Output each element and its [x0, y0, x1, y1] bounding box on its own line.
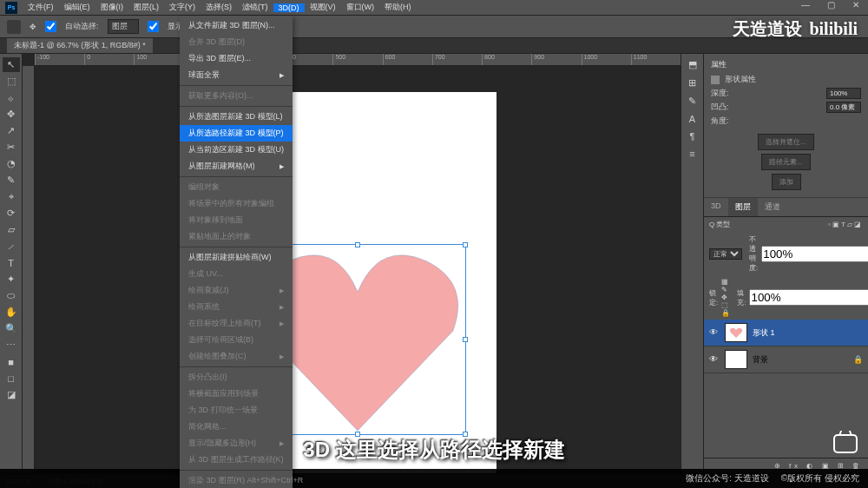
menu-item[interactable]: 导出 3D 图层(E)...	[180, 50, 293, 67]
tool-18[interactable]: ■	[3, 354, 20, 369]
auto-select-checkbox[interactable]	[45, 21, 56, 32]
tool-20[interactable]: ◪	[3, 387, 20, 402]
panel-icon-2[interactable]: ✎	[688, 96, 696, 107]
menu-help[interactable]: 帮助(H)	[379, 2, 417, 13]
add-button[interactable]: 添加	[772, 174, 801, 190]
tool-5[interactable]: ✂	[3, 140, 20, 155]
menu-item[interactable]: 球面全景	[180, 67, 293, 83]
properties-title: 属性	[711, 59, 861, 70]
tool-9[interactable]: ⟳	[3, 206, 20, 221]
tool-10[interactable]: ▱	[3, 222, 20, 237]
3d-menu-dropdown: 从文件新建 3D 图层(N)...合并 3D 图层(D)导出 3D 图层(E).…	[180, 16, 293, 488]
tool-0[interactable]: ↖	[3, 57, 20, 72]
angle-label: 角度:	[711, 115, 729, 127]
tool-8[interactable]: ⌖	[3, 189, 20, 204]
menu-item: 绘画系统	[180, 299, 293, 315]
tab-layers[interactable]: 图层	[728, 198, 758, 216]
layer-name: 背景	[753, 354, 768, 366]
menu-window[interactable]: 窗口(W)	[341, 2, 380, 13]
tool-1[interactable]: ⬚	[3, 74, 20, 89]
menu-image[interactable]: 图像(I)	[95, 2, 129, 13]
tool-19[interactable]: □	[3, 371, 20, 386]
inset-input[interactable]	[826, 102, 861, 113]
panel-icon-0[interactable]: ⬒	[688, 59, 697, 70]
menu-item: 合并 3D 图层(D)	[180, 34, 293, 50]
menu-item[interactable]: 从所选图层新建 3D 模型(L)	[180, 109, 293, 125]
panel-icon-4[interactable]: ¶	[690, 131, 695, 142]
tool-14[interactable]: ⬭	[3, 288, 20, 303]
opacity-input[interactable]	[761, 246, 868, 262]
ruler-tick: 1100	[631, 54, 681, 65]
ruler-tick: -100	[35, 54, 84, 65]
select-mask-button[interactable]: 选择并遮住...	[758, 134, 814, 150]
menu-item[interactable]: 从所选路径新建 3D 模型(P)	[180, 125, 293, 142]
tab-channels[interactable]: 通道	[758, 198, 787, 216]
menu-edit[interactable]: 编辑(E)	[59, 2, 95, 13]
depth-input[interactable]	[826, 88, 861, 99]
menu-3d[interactable]: 3D(D)	[273, 3, 305, 12]
home-icon[interactable]	[7, 20, 21, 34]
menu-item: 将场景中的所有对象编组	[180, 195, 293, 212]
tool-4[interactable]: ↗	[3, 123, 20, 138]
fill-input[interactable]	[749, 289, 868, 306]
move-tool-icon: ✥	[30, 23, 36, 31]
menu-item: 显示/隐藏多边形(H)	[180, 435, 293, 452]
layer-shape-1[interactable]: 👁 形状 1	[704, 320, 868, 346]
menu-item[interactable]: 从图层新建拼贴绘画(W)	[180, 249, 293, 266]
tool-13[interactable]: ✦	[3, 272, 20, 287]
minimize-icon[interactable]: —	[796, 0, 815, 10]
document-tab[interactable]: 未标题-1 @ 66.7% (形状 1, RGB/8#) *	[7, 38, 153, 53]
filter-icons[interactable]: ▫▣T▱◪	[828, 221, 863, 228]
menu-item: 创建绘图叠加(C)	[180, 348, 293, 365]
lock-icons[interactable]: ▦ ✎ ✥ ⬚ 🔒	[721, 278, 730, 317]
visibility-icon[interactable]: 👁	[709, 327, 720, 338]
tool-7[interactable]: ✎	[3, 173, 20, 188]
wechat-credit: 微信公众号: 天造道设	[686, 472, 769, 485]
menu-item: 绘画衰减(J)	[180, 282, 293, 299]
menu-view[interactable]: 视图(V)	[305, 2, 341, 13]
tool-15[interactable]: ✋	[3, 305, 20, 320]
layer-thumbnail	[725, 350, 747, 369]
tool-12[interactable]: T	[3, 255, 20, 270]
path-element-button[interactable]: 路径元素...	[761, 154, 811, 170]
tool-17[interactable]: ⋯	[3, 338, 20, 353]
menu-item: 拆分凸出(I)	[180, 369, 293, 386]
menu-select[interactable]: 选择(S)	[201, 2, 237, 13]
panel-icon-3[interactable]: A	[689, 114, 695, 124]
tool-11[interactable]: ⟋	[3, 239, 20, 254]
menu-item[interactable]: 从文件新建 3D 图层(N)...	[180, 17, 293, 34]
menu-layer[interactable]: 图层(L)	[128, 2, 164, 13]
ruler-tick: 600	[383, 54, 432, 65]
menu-item: 选择可绘画区域(B)	[180, 332, 293, 348]
bilibili-pip-icon[interactable]	[833, 434, 858, 453]
panel-icon-5[interactable]: ≡	[689, 148, 694, 159]
blend-mode-select[interactable]: 正常	[709, 248, 742, 260]
layer-background[interactable]: 👁 背景 🔒	[704, 346, 868, 373]
maximize-icon[interactable]: ▢	[822, 0, 840, 10]
panel-icon-1[interactable]: ⊞	[688, 77, 696, 89]
tool-2[interactable]: ⟐	[3, 90, 20, 105]
depth-label: 深度:	[711, 88, 729, 99]
menu-item: 将对象移到地面	[180, 212, 293, 228]
menu-file[interactable]: 文件(F)	[23, 2, 59, 13]
tab-3d[interactable]: 3D	[704, 198, 728, 216]
auto-select-dropdown[interactable]: 图层	[108, 19, 139, 34]
lock-icon: 🔒	[853, 355, 863, 364]
menu-item[interactable]: 从当前选区新建 3D 模型(U)	[180, 142, 293, 158]
menu-item[interactable]: 从图层新建网格(M)	[180, 158, 293, 175]
tool-16[interactable]: 🔍	[3, 321, 20, 336]
menu-item: 从 3D 图层生成工作路径(K)	[180, 452, 293, 468]
tool-3[interactable]: ✥	[3, 107, 20, 122]
tool-6[interactable]: ◔	[3, 156, 20, 171]
close-icon[interactable]: ✕	[847, 0, 865, 10]
canvas-area: -100010020030040050060070080090010001100	[23, 54, 681, 473]
ruler-tick: 700	[432, 54, 482, 65]
menu-item: 获取更多内容(O)...	[180, 88, 293, 104]
ps-logo: Ps	[5, 2, 17, 14]
video-footer: 微信公众号: 天造道设 ©版权所有 侵权必究	[0, 469, 868, 488]
visibility-icon[interactable]: 👁	[709, 354, 720, 365]
show-transform-checkbox[interactable]	[148, 21, 159, 32]
menu-type[interactable]: 文字(Y)	[164, 2, 201, 13]
menu-filter[interactable]: 滤镜(T)	[237, 2, 273, 13]
menu-item: 渲染 3D 图层(R) Alt+Shift+Ctrl+R	[180, 472, 293, 488]
